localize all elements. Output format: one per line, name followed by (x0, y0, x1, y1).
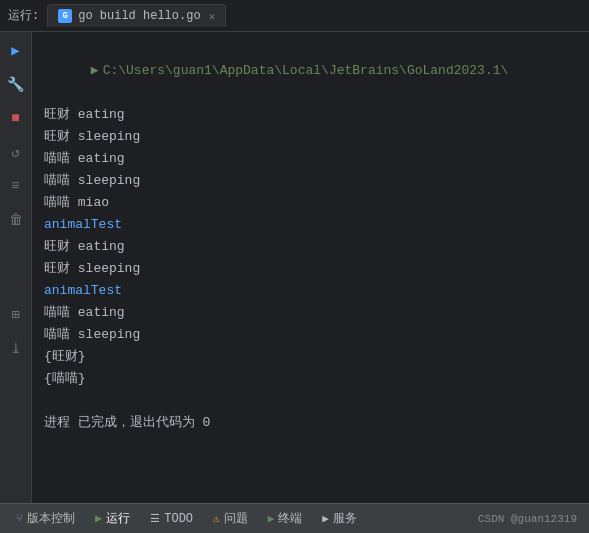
terminal-label: 终端 (278, 510, 302, 527)
output-line: 喵喵 eating (44, 302, 577, 324)
run-label: 运行 (106, 510, 130, 527)
output-line: 喵喵 sleeping (44, 170, 577, 192)
bottom-bar: ⑂ 版本控制 ▶ 运行 ☰ TODO ⚠ 问题 ▶ 终端 ▶ 服务 CSDN @… (0, 503, 589, 533)
csdn-label: CSDN @guan12319 (478, 513, 577, 525)
tab-go-icon: G (58, 9, 72, 23)
bottom-items: ⑂ 版本控制 ▶ 运行 ☰ TODO ⚠ 问题 ▶ 终端 ▶ 服务 (8, 508, 365, 529)
run-play-icon: ▶ (95, 511, 102, 526)
wrench-icon[interactable]: 🔧 (6, 74, 26, 94)
todo-icon: ☰ (150, 512, 160, 525)
output-line: 喵喵 sleeping (44, 324, 577, 346)
tab-title: go build hello.go (78, 9, 200, 23)
tab-close-icon[interactable]: ✕ (209, 10, 216, 23)
todo-button[interactable]: ☰ TODO (142, 510, 201, 528)
output-line: 旺财 eating (44, 236, 577, 258)
green-arrow-icon: ▶ (91, 63, 99, 78)
trash-icon[interactable]: 🗑 (6, 210, 26, 230)
tab-bar: 运行: G go build hello.go ✕ (0, 0, 589, 32)
todo-label: TODO (164, 512, 193, 526)
grid-icon[interactable]: ⊞ (6, 304, 26, 324)
problem-button[interactable]: ⚠ 问题 (205, 508, 256, 529)
output-line: {旺财} (44, 346, 577, 368)
main-container: ▶ 🔧 ■ ↺ ≡ 🗑 ⊞ ⤓ ▶C:\Users\guan1\AppData\… (0, 32, 589, 503)
play-icon[interactable]: ▶ (6, 40, 26, 60)
list-icon[interactable]: ≡ (6, 176, 26, 196)
output-content[interactable]: ▶C:\Users\guan1\AppData\Local\JetBrains\… (32, 32, 589, 503)
problem-icon: ⚠ (213, 512, 220, 525)
output-line: {喵喵} (44, 368, 577, 390)
output-line: 旺财 sleeping (44, 126, 577, 148)
output-line: 旺财 eating (44, 104, 577, 126)
terminal-icon: ▶ (268, 512, 275, 525)
problem-label: 问题 (224, 510, 248, 527)
tab-gobuild[interactable]: G go build hello.go ✕ (47, 4, 226, 27)
path-line: ▶C:\Users\guan1\AppData\Local\JetBrains\… (44, 38, 577, 104)
terminal-button[interactable]: ▶ 终端 (260, 508, 311, 529)
stop-icon[interactable]: ■ (6, 108, 26, 128)
rerun-icon[interactable]: ↺ (6, 142, 26, 162)
run-button[interactable]: ▶ 运行 (87, 508, 138, 529)
vcs-label: 版本控制 (27, 510, 75, 527)
run-label: 运行: (8, 7, 39, 24)
service-icon: ▶ (322, 512, 329, 525)
output-line: 旺财 sleeping (44, 258, 577, 280)
output-line: 喵喵 eating (44, 148, 577, 170)
vcs-icon: ⑂ (16, 513, 23, 525)
output-line: 喵喵 miao (44, 192, 577, 214)
service-button[interactable]: ▶ 服务 (314, 508, 365, 529)
output-line: animalTest (44, 280, 577, 302)
vcs-button[interactable]: ⑂ 版本控制 (8, 508, 83, 529)
left-sidebar: ▶ 🔧 ■ ↺ ≡ 🗑 ⊞ ⤓ (0, 32, 32, 503)
service-label: 服务 (333, 510, 357, 527)
empty-line (44, 390, 577, 412)
process-complete-line: 进程 已完成，退出代码为 0 (44, 412, 577, 434)
output-line: animalTest (44, 214, 577, 236)
arrow-down-icon[interactable]: ⤓ (6, 338, 26, 358)
